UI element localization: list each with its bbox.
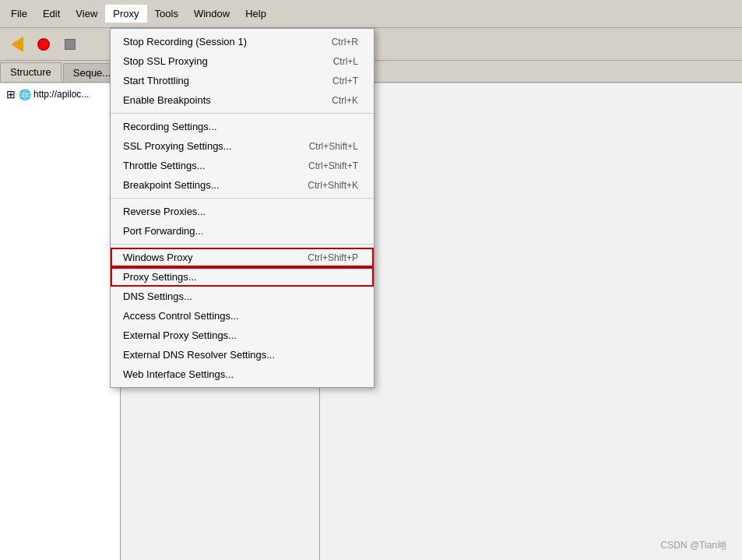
menu-item-web-interface[interactable]: Web Interface Settings...: [111, 365, 374, 384]
menu-item-web-interface-label: Web Interface Settings...: [123, 368, 327, 380]
menu-item-port-forwarding-label: Port Forwarding...: [123, 225, 327, 237]
menu-proxy[interactable]: Proxy: [105, 5, 146, 23]
menu-item-external-dns[interactable]: External DNS Resolver Settings...: [111, 345, 374, 365]
menubar: File Edit View Proxy Tools Window Help: [0, 0, 742, 28]
menu-item-reverse-proxies-label: Reverse Proxies...: [123, 206, 327, 217]
menu-tools[interactable]: Tools: [147, 5, 186, 23]
menu-item-throttle-settings-shortcut: Ctrl+Shift+T: [308, 160, 358, 171]
menu-item-proxy-settings[interactable]: Proxy Settings...: [111, 267, 374, 287]
menu-file[interactable]: File: [3, 5, 35, 23]
menu-item-throttle-settings[interactable]: Throttle Settings... Ctrl+Shift+T: [111, 156, 374, 175]
tree-item-label: http://apiloc...: [33, 89, 89, 100]
menu-item-breakpoint-settings[interactable]: Breakpoint Settings... Ctrl+Shift+K: [111, 175, 374, 195]
record-icon: [37, 38, 50, 51]
menu-item-ssl-proxying-settings[interactable]: SSL Proxying Settings... Ctrl+Shift+L: [111, 136, 374, 156]
menu-item-external-dns-label: External DNS Resolver Settings...: [123, 349, 327, 361]
menu-edit[interactable]: Edit: [35, 5, 68, 23]
menu-item-start-throttling[interactable]: Start Throttling Ctrl+T: [111, 71, 374, 90]
tab-structure[interactable]: Structure: [0, 62, 62, 82]
menu-item-stop-recording[interactable]: Stop Recording (Session 1) Ctrl+R: [111, 32, 374, 51]
menu-help[interactable]: Help: [237, 5, 274, 23]
menu-item-recording-settings[interactable]: Recording Settings...: [111, 117, 374, 136]
separator-1: [111, 113, 374, 114]
menu-item-enable-breakpoints-shortcut: Ctrl+K: [332, 95, 358, 106]
menu-item-dns-settings[interactable]: DNS Settings...: [111, 287, 374, 306]
menu-item-breakpoint-settings-shortcut: Ctrl+Shift+K: [308, 180, 358, 191]
menu-item-enable-breakpoints[interactable]: Enable Breakpoints Ctrl+K: [111, 90, 374, 110]
globe-icon: 🌐: [19, 89, 31, 100]
expand-icon: ⊞: [6, 88, 16, 100]
menu-item-ssl-proxying-settings-shortcut: Ctrl+Shift+L: [309, 141, 358, 152]
menu-item-access-control-label: Access Control Settings...: [123, 310, 327, 322]
menu-item-enable-breakpoints-label: Enable Breakpoints: [123, 94, 301, 106]
stop-button[interactable]: [58, 32, 83, 57]
menu-item-external-proxy[interactable]: External Proxy Settings...: [111, 326, 374, 345]
menu-item-windows-proxy-shortcut: Ctrl+Shift+P: [308, 252, 358, 263]
separator-3: [111, 244, 374, 245]
menu-item-windows-proxy-label: Windows Proxy: [123, 252, 276, 263]
menu-item-port-forwarding[interactable]: Port Forwarding...: [111, 221, 374, 241]
arrow-icon: [11, 37, 23, 52]
proxy-dropdown-menu: Stop Recording (Session 1) Ctrl+R Stop S…: [110, 28, 375, 388]
menu-item-start-throttling-shortcut: Ctrl+T: [332, 76, 358, 86]
menu-window[interactable]: Window: [186, 5, 237, 23]
menu-item-dns-settings-label: DNS Settings...: [123, 291, 327, 302]
menu-item-reverse-proxies[interactable]: Reverse Proxies...: [111, 202, 374, 221]
menu-item-start-throttling-label: Start Throttling: [123, 75, 301, 86]
menu-item-ssl-proxying-settings-label: SSL Proxying Settings...: [123, 140, 278, 152]
menu-item-stop-ssl-label: Stop SSL Proxying: [123, 55, 302, 67]
menu-item-breakpoint-settings-label: Breakpoint Settings...: [123, 179, 276, 191]
watermark: CSDN @Tian翊: [661, 539, 726, 552]
menu-item-windows-proxy[interactable]: Windows Proxy Ctrl+Shift+P: [111, 248, 374, 267]
menu-item-proxy-settings-label: Proxy Settings...: [123, 271, 327, 283]
separator-2: [111, 198, 374, 199]
arrow-button[interactable]: [5, 32, 30, 57]
menu-view[interactable]: View: [68, 5, 105, 23]
menu-item-recording-settings-label: Recording Settings...: [123, 121, 327, 132]
menu-item-stop-ssl[interactable]: Stop SSL Proxying Ctrl+L: [111, 51, 374, 71]
menu-item-stop-ssl-shortcut: Ctrl+L: [333, 56, 358, 67]
tree-item-root[interactable]: ⊞ 🌐 http://apiloc...: [3, 86, 117, 102]
stop-icon: [65, 39, 76, 50]
sidebar: ⊞ 🌐 http://apiloc...: [0, 83, 121, 560]
menu-item-external-proxy-label: External Proxy Settings...: [123, 329, 327, 341]
menu-item-access-control[interactable]: Access Control Settings...: [111, 306, 374, 326]
menu-item-throttle-settings-label: Throttle Settings...: [123, 160, 277, 171]
record-button[interactable]: [31, 32, 56, 57]
menu-item-stop-recording-shortcut: Ctrl+R: [332, 37, 358, 48]
menu-item-stop-recording-label: Stop Recording (Session 1): [123, 36, 301, 48]
